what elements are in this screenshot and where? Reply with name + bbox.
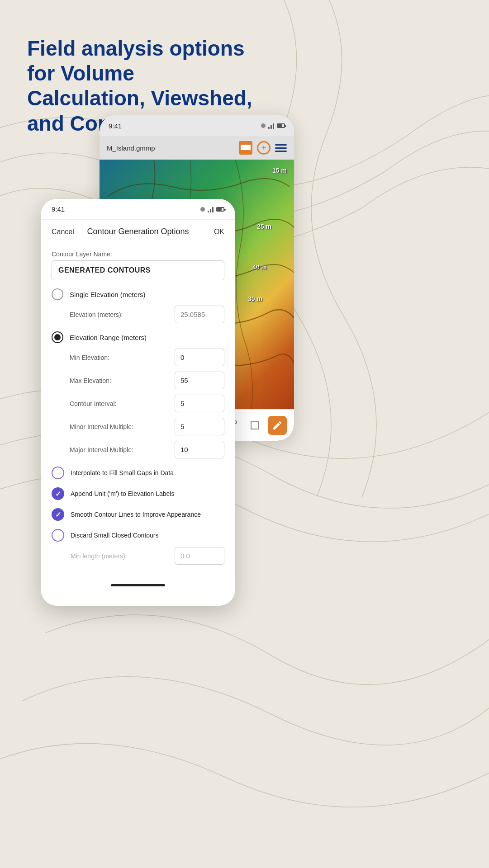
front-status-icons bbox=[200, 206, 224, 212]
elevation-field-input[interactable] bbox=[175, 306, 224, 323]
back-phone-status-bar: 9:41 bbox=[100, 115, 294, 136]
back-phone-toolbar: M_Island.gmmp bbox=[100, 136, 294, 160]
major-interval-label: Major Interval Multiple: bbox=[70, 446, 175, 453]
home-bar bbox=[111, 584, 165, 586]
single-elevation-field-group: Elevation (meters): bbox=[52, 306, 224, 323]
minor-interval-input[interactable] bbox=[175, 418, 224, 435]
single-elevation-radio[interactable] bbox=[52, 288, 63, 300]
interpolate-option[interactable]: Interpolate to Fill Small Gaps in Data bbox=[52, 467, 224, 479]
smooth-contour-checkbox[interactable] bbox=[52, 508, 64, 521]
interpolate-checkbox[interactable] bbox=[52, 467, 64, 479]
back-signal-dot bbox=[261, 123, 266, 128]
elevation-range-option[interactable]: Elevation Range (meters) bbox=[52, 331, 224, 343]
contour-interval-row: Contour Interval: bbox=[70, 395, 224, 412]
front-signal-dot bbox=[200, 207, 205, 212]
min-elevation-row: Min Elevation: bbox=[70, 349, 224, 366]
max-elevation-row: Max Elevation: bbox=[70, 372, 224, 389]
phone-front: 9:41 Cancel Contour Generation Options O… bbox=[41, 199, 235, 606]
min-elevation-label: Min Elevation: bbox=[70, 354, 175, 361]
smooth-contour-option[interactable]: Smooth Contour Lines to Improve Appearan… bbox=[52, 508, 224, 521]
front-phone-time: 9:41 bbox=[52, 205, 65, 213]
back-signal-bars bbox=[268, 123, 274, 129]
append-unit-checkbox[interactable] bbox=[52, 487, 64, 500]
append-unit-label: Append Unit ('m') to Elevation Labels bbox=[71, 490, 174, 497]
interpolate-label: Interpolate to Fill Small Gaps in Data bbox=[71, 469, 174, 476]
min-length-input[interactable] bbox=[175, 547, 224, 565]
target-icon[interactable] bbox=[257, 141, 271, 155]
max-elevation-label: Max Elevation: bbox=[70, 377, 175, 384]
menu-icon[interactable] bbox=[275, 142, 287, 154]
contour-layer-name-label: Contour Layer Name: bbox=[52, 250, 224, 258]
contour-dialog: Cancel Contour Generation Options OK Con… bbox=[41, 220, 235, 576]
single-elevation-label: Single Elevation (meters) bbox=[70, 291, 146, 298]
edit-tool[interactable] bbox=[268, 416, 287, 435]
layers-icon[interactable] bbox=[239, 141, 252, 155]
back-phone-status-icons bbox=[261, 123, 285, 129]
contour-layer-name-input[interactable] bbox=[52, 260, 224, 280]
home-indicator bbox=[41, 576, 235, 589]
draw-shape-tool[interactable] bbox=[245, 416, 264, 435]
contour-layer-name-group: Contour Layer Name: bbox=[52, 250, 224, 280]
discard-contours-checkbox[interactable] bbox=[52, 529, 64, 542]
back-phone-time: 9:41 bbox=[109, 122, 122, 130]
major-interval-input[interactable] bbox=[175, 441, 224, 458]
elevation-range-radio[interactable] bbox=[52, 331, 63, 343]
back-toolbar-filename: M_Island.gmmp bbox=[107, 144, 155, 152]
smooth-contour-label: Smooth Contour Lines to Improve Appearan… bbox=[71, 511, 201, 518]
contour-interval-input[interactable] bbox=[175, 395, 224, 412]
minor-interval-label: Minor Interval Multiple: bbox=[70, 423, 175, 430]
dialog-title: Contour Generation Options bbox=[79, 227, 197, 236]
min-length-group: Min length (meters): bbox=[52, 547, 224, 565]
front-signal-bars bbox=[208, 206, 214, 212]
elevation-range-fields: Min Elevation: Max Elevation: Contour In… bbox=[52, 349, 224, 458]
cancel-button[interactable]: Cancel bbox=[52, 228, 79, 236]
append-unit-option[interactable]: Append Unit ('m') to Elevation Labels bbox=[52, 487, 224, 500]
ok-button[interactable]: OK bbox=[197, 228, 224, 236]
front-phone-status-bar: 9:41 bbox=[41, 199, 235, 220]
max-elevation-input[interactable] bbox=[175, 372, 224, 389]
back-toolbar-icons bbox=[239, 141, 287, 155]
single-elevation-option[interactable]: Single Elevation (meters) bbox=[52, 288, 224, 300]
elevation-field-row: Elevation (meters): bbox=[70, 306, 224, 323]
discard-contours-label: Discard Small Closed Contours bbox=[71, 532, 159, 539]
back-battery-icon bbox=[277, 123, 285, 128]
svg-rect-4 bbox=[251, 422, 258, 429]
min-elevation-input[interactable] bbox=[175, 349, 224, 366]
minor-interval-row: Minor Interval Multiple: bbox=[70, 418, 224, 435]
contour-interval-label: Contour Interval: bbox=[70, 400, 175, 407]
front-battery-icon bbox=[216, 207, 224, 212]
min-length-row: Min length (meters): bbox=[71, 547, 224, 565]
dialog-header: Cancel Contour Generation Options OK bbox=[52, 220, 224, 242]
major-interval-row: Major Interval Multiple: bbox=[70, 441, 224, 458]
discard-contours-option[interactable]: Discard Small Closed Contours bbox=[52, 529, 224, 542]
elevation-range-label: Elevation Range (meters) bbox=[70, 334, 147, 341]
elevation-field-label: Elevation (meters): bbox=[70, 311, 175, 318]
min-length-label: Min length (meters): bbox=[71, 552, 175, 560]
